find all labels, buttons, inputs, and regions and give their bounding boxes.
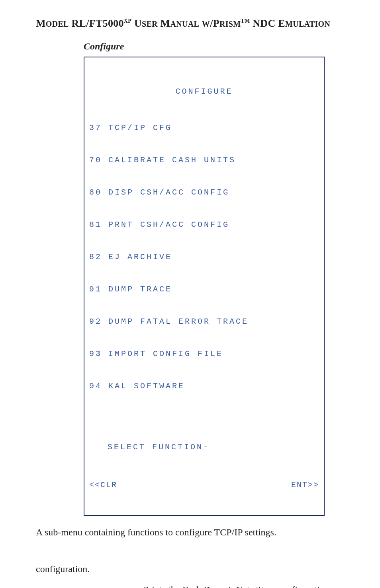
paragraph: Prints the Cash Deposit Note Type config… xyxy=(143,584,344,588)
terminal-screenshot: CONFIGURE 37 TCP/IP CFG 70 CALIBRATE CAS… xyxy=(84,57,325,516)
paragraph: configuration. xyxy=(36,563,344,575)
terminal-prompt: SELECT FUNCTION- xyxy=(108,442,319,452)
terminal-title: CONFIGURE xyxy=(89,86,319,97)
terminal-clr: <<CLR xyxy=(89,480,117,490)
section-label: Configure xyxy=(84,41,344,52)
body-text: A sub-menu containing functions to confi… xyxy=(36,526,344,588)
terminal-line: 93 IMPORT CONFIG FILE xyxy=(89,348,319,359)
terminal-line: 91 DUMP TRACE xyxy=(89,284,319,295)
terminal-line: 82 EJ ARCHIVE xyxy=(89,252,319,262)
terminal-line: 81 PRNT CSH/ACC CONFIG xyxy=(89,219,319,230)
terminal-line: 80 DISP CSH/ACC CONFIG xyxy=(89,187,319,198)
terminal-line: 70 CALIBRATE CASH UNITS xyxy=(89,155,319,165)
page: MODEL RL/FT5000XP USER MANUAL W/PRISMTM … xyxy=(0,0,380,588)
page-header: MODEL RL/FT5000XP USER MANUAL W/PRISMTM … xyxy=(36,18,344,29)
terminal-nav-row: <<CLR ENT>> xyxy=(89,480,319,490)
header-rule xyxy=(36,32,344,32)
terminal-line: 37 TCP/IP CFG xyxy=(89,122,319,133)
terminal-line: 94 KAL SOFTWARE xyxy=(89,381,319,391)
terminal-ent: ENT>> xyxy=(291,480,319,490)
header-title-text: MODEL RL/FT5000XP USER MANUAL W/PRISMTM … xyxy=(36,18,330,29)
paragraph: A sub-menu containing functions to confi… xyxy=(36,526,344,538)
terminal-line: 92 DUMP FATAL ERROR TRACE xyxy=(89,316,319,327)
